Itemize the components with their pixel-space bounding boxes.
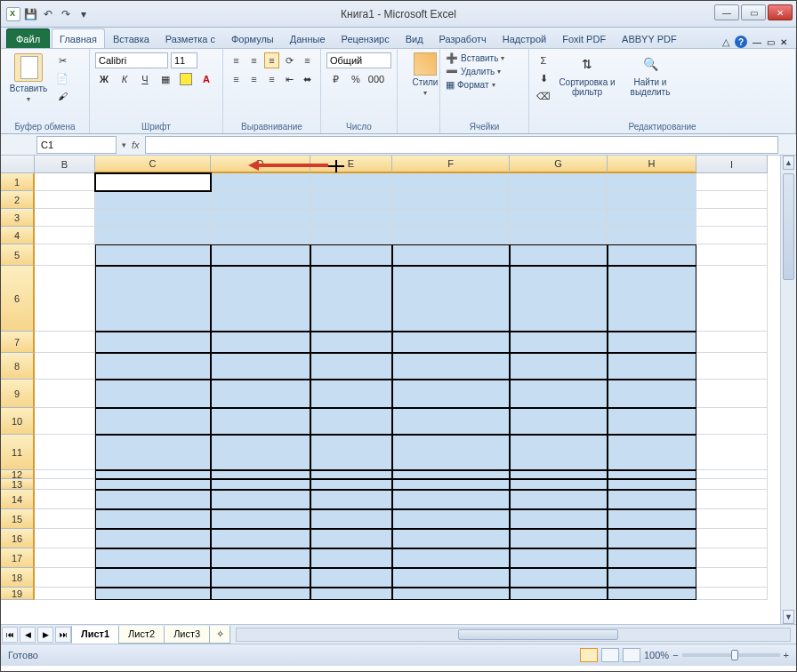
tab-data[interactable]: Данные xyxy=(282,28,334,48)
cell-I19[interactable] xyxy=(696,588,768,600)
row-header-6[interactable]: 6 xyxy=(1,266,35,332)
zoom-slider[interactable] xyxy=(682,653,780,657)
undo-button[interactable]: ↶ xyxy=(40,6,56,22)
cell-I7[interactable] xyxy=(696,332,768,353)
cell-C4[interactable] xyxy=(95,227,211,244)
cell-D6[interactable] xyxy=(211,266,310,332)
align-middle-button[interactable]: ≡ xyxy=(246,52,262,68)
cell-E18[interactable] xyxy=(310,568,392,588)
cell-E10[interactable] xyxy=(310,408,392,435)
sheet-nav-first[interactable]: ⏮ xyxy=(2,627,18,643)
row-header-15[interactable]: 15 xyxy=(1,509,35,529)
fx-icon[interactable]: fx xyxy=(132,140,140,150)
cell-C18[interactable] xyxy=(95,568,211,588)
cell-F12[interactable] xyxy=(392,470,510,479)
cell-F14[interactable] xyxy=(392,490,510,509)
scroll-down-button[interactable]: ▼ xyxy=(783,610,794,624)
tab-review[interactable]: Рецензирс xyxy=(334,28,398,48)
cell-D16[interactable] xyxy=(211,529,310,548)
cell-G9[interactable] xyxy=(510,380,608,408)
wrap-text-button[interactable]: ≡ xyxy=(300,52,315,68)
border-button[interactable]: ▦ xyxy=(157,71,174,87)
cell-G18[interactable] xyxy=(510,568,608,588)
cell-F1[interactable] xyxy=(392,173,510,191)
column-header-F[interactable]: F xyxy=(392,156,510,173)
cell-F9[interactable] xyxy=(392,380,510,408)
cell-F11[interactable] xyxy=(392,435,510,470)
cell-D13[interactable] xyxy=(211,479,310,490)
cell-G5[interactable] xyxy=(510,244,608,266)
zoom-slider-knob[interactable] xyxy=(731,650,738,660)
cell-F2[interactable] xyxy=(392,191,510,209)
cell-F8[interactable] xyxy=(392,353,510,380)
format-cells-button[interactable]: Формат xyxy=(457,80,489,90)
view-pagelayout-button[interactable] xyxy=(601,648,619,662)
cell-G2[interactable] xyxy=(510,191,608,209)
cell-D10[interactable] xyxy=(211,408,310,435)
tab-abbyy[interactable]: ABBYY PDF xyxy=(614,28,685,48)
italic-button[interactable]: К xyxy=(116,71,133,87)
row-headers[interactable]: 12345678910111213141516171819 xyxy=(1,173,35,600)
cell-E8[interactable] xyxy=(310,353,392,380)
worksheet-grid[interactable]: BCDEFGHI 12345678910111213141516171819 ▲… xyxy=(1,156,796,625)
cell-H1[interactable] xyxy=(608,173,696,191)
maximize-button[interactable]: ▭ xyxy=(741,4,766,20)
cell-B11[interactable] xyxy=(35,435,95,470)
cell-E13[interactable] xyxy=(310,479,392,490)
indent-dec-button[interactable]: ⇤ xyxy=(282,71,297,87)
cell-I17[interactable] xyxy=(696,548,768,568)
cell-F17[interactable] xyxy=(392,548,510,568)
cell-I3[interactable] xyxy=(696,209,768,227)
sort-filter-button[interactable]: ⇅ Сортировка и фильтр xyxy=(555,52,619,97)
cell-B13[interactable] xyxy=(35,479,95,490)
cell-I6[interactable] xyxy=(696,266,768,332)
cell-C15[interactable] xyxy=(95,509,211,529)
cell-B16[interactable] xyxy=(35,529,95,548)
sheet-nav-last[interactable]: ⏭ xyxy=(55,627,71,643)
cell-B12[interactable] xyxy=(35,470,95,479)
format-painter-button[interactable]: 🖌 xyxy=(53,88,71,104)
cell-I1[interactable] xyxy=(696,173,768,191)
cell-B3[interactable] xyxy=(35,209,95,227)
cell-G15[interactable] xyxy=(510,509,608,529)
cell-B2[interactable] xyxy=(35,191,95,209)
align-top-button[interactable]: ≡ xyxy=(229,52,244,68)
row-header-19[interactable]: 19 xyxy=(1,588,35,600)
tab-insert[interactable]: Вставка xyxy=(105,28,157,48)
cell-B8[interactable] xyxy=(35,353,95,380)
cell-H12[interactable] xyxy=(608,470,696,479)
cell-F5[interactable] xyxy=(392,244,510,266)
cell-H15[interactable] xyxy=(608,509,696,529)
cell-I14[interactable] xyxy=(696,490,768,509)
cell-E15[interactable] xyxy=(310,509,392,529)
cell-G4[interactable] xyxy=(510,227,608,244)
cell-F7[interactable] xyxy=(392,332,510,353)
zoom-in-button[interactable]: + xyxy=(784,650,789,660)
column-header-B[interactable]: B xyxy=(35,156,95,173)
cell-H18[interactable] xyxy=(608,568,696,588)
cell-D9[interactable] xyxy=(211,380,310,408)
tab-addins[interactable]: Надстрой xyxy=(495,28,554,48)
cell-E11[interactable] xyxy=(310,435,392,470)
cell-H3[interactable] xyxy=(608,209,696,227)
currency-button[interactable]: ₽ xyxy=(326,71,344,87)
cell-I8[interactable] xyxy=(696,353,768,380)
insert-cells-button[interactable]: Вставить xyxy=(461,53,498,63)
cell-G3[interactable] xyxy=(510,209,608,227)
tab-developer[interactable]: Разработч xyxy=(431,28,495,48)
align-left-button[interactable]: ≡ xyxy=(229,71,244,87)
cell-F3[interactable] xyxy=(392,209,510,227)
cell-C9[interactable] xyxy=(95,380,211,408)
row-header-1[interactable]: 1 xyxy=(1,173,35,191)
namebox-dd[interactable]: ▾ xyxy=(122,140,126,149)
hscroll-thumb[interactable] xyxy=(458,629,618,640)
cell-E14[interactable] xyxy=(310,490,392,509)
tab-foxit[interactable]: Foxit PDF xyxy=(554,28,614,48)
cell-D11[interactable] xyxy=(211,435,310,470)
new-sheet-button[interactable]: ✧ xyxy=(209,626,230,644)
cell-H19[interactable] xyxy=(608,588,696,600)
align-right-button[interactable]: ≡ xyxy=(264,71,279,87)
cell-E16[interactable] xyxy=(310,529,392,548)
cell-G1[interactable] xyxy=(510,173,608,191)
doc-close-icon[interactable]: ✕ xyxy=(780,37,787,47)
